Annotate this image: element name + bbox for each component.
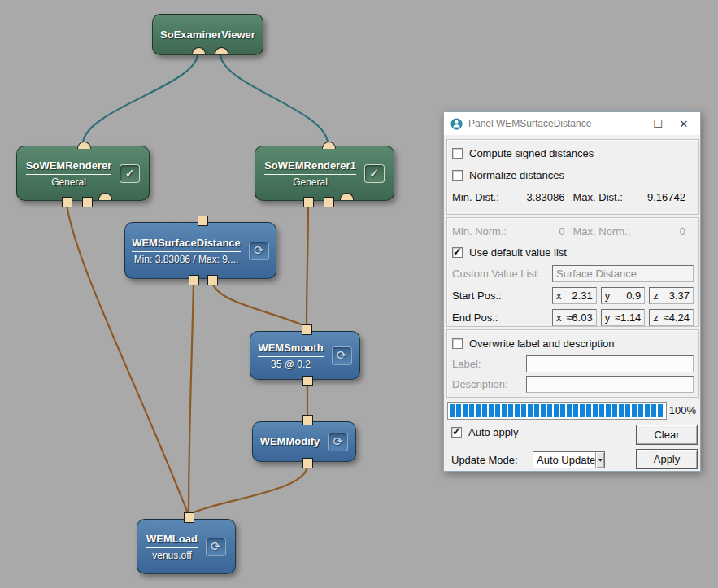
wem-input-connector[interactable] [62,197,72,207]
node-graph-canvas: SoExaminerViewer SoWEMRenderer General ✓… [0,0,718,588]
wem-output-connector[interactable] [184,512,194,523]
end-pos-z-input[interactable]: z ≈4.24 [649,309,694,326]
min-dist-label: Min. Dist.: [452,191,499,203]
wem-output-connector[interactable] [302,324,312,335]
end-pos-label: End Pos.: [452,311,552,324]
end-pos-y-input[interactable]: y ≈1.14 [601,309,646,326]
wem-input-connector[interactable] [302,376,313,386]
scene-input-connector[interactable] [215,47,228,54]
custom-value-input[interactable]: Surface Distance [552,265,694,282]
scene-input-connector[interactable] [192,47,206,54]
progress-bar-fill [450,404,664,417]
overwrite-checkbox[interactable] [452,338,463,349]
checkbox-label: Auto apply [468,426,518,438]
compute-signed-checkbox[interactable] [452,148,463,159]
label-field-label: Label: [452,358,526,370]
end-pos-row: End Pos.: x ≈6.03 y ≈1.14 z ≈4.24 [452,307,694,329]
wem-input-connector[interactable] [324,197,334,207]
node-subtitle: 35 @ 0.2 [271,359,311,370]
scene-input-connector[interactable] [340,193,354,200]
checkbox-label: Normalize distances [469,169,564,181]
node-wemsmooth[interactable]: WEMSmooth 35 @ 0.2 ⟳ [250,331,360,380]
node-subtitle: Min: 3.83086 / Max: 9.... [134,254,239,265]
node-title: WEMLoad [146,533,198,548]
wem-input-connector[interactable] [82,197,93,207]
normalize-checkbox-row[interactable]: Normalize distances [452,164,694,186]
chevron-down-icon[interactable]: ▼ [595,452,604,468]
reload-icon[interactable]: ⟳ [206,538,226,556]
auto-apply-checkbox[interactable] [451,427,462,438]
node-sowemrenderer[interactable]: SoWEMRenderer General ✓ [16,146,150,201]
node-subtitle: General [51,176,86,188]
description-input[interactable] [526,376,694,393]
wem-input-connector[interactable] [302,458,313,468]
node-title: SoExaminerViewer [160,28,255,41]
node-subtitle: venus.off [152,550,191,561]
use-default-checkbox[interactable] [452,247,463,258]
progress-percent: 100% [669,404,696,416]
node-soexaminerviewer[interactable]: SoExaminerViewer [152,14,263,55]
distance-options-group: Compute signed distances Normalize dista… [446,139,699,215]
wire-renderer-to-viewer[interactable] [83,54,198,143]
app-logo-icon [450,118,463,130]
node-wemsurfacedistance[interactable]: WEMSurfaceDistance Min: 3.83086 / Max: 9… [124,222,276,279]
start-pos-z-input[interactable]: z 3.37 [649,287,694,304]
wem-input-connector[interactable] [303,197,314,207]
clear-button[interactable]: Clear [636,425,698,445]
label-row: Label: [452,354,694,374]
scene-input-connector[interactable] [98,193,112,200]
wire-renderer1-to-viewer[interactable] [220,54,328,143]
max-norm-label: Max. Norm.: [573,225,631,237]
check-icon[interactable]: ✓ [364,164,385,183]
node-title: WEMSmooth [258,342,323,357]
start-pos-x-input[interactable]: x 2.31 [552,287,597,304]
description-row: Description: [452,374,694,394]
value-list-group: Min. Norm.: 0 Max. Norm.: 0 Use default … [446,217,699,327]
dist-stats-row: Min. Dist.: 3.83086 Max. Dist.: 9.16742 [452,186,694,208]
wem-output-connector[interactable] [302,415,313,425]
custom-value-label: Custom Value List: [452,268,552,280]
wire-load-to-modify[interactable] [191,465,307,513]
wem-input-connector[interactable] [189,275,199,285]
update-mode-row: Update Mode: [451,454,518,466]
node-wemload[interactable]: WEMLoad venus.off ⟳ [137,519,236,574]
node-wemmodify[interactable]: WEMModify ⟳ [252,421,356,462]
progress-bar [447,402,667,420]
wire-smooth-to-renderer1[interactable] [307,205,308,325]
normalize-checkbox[interactable] [452,170,463,181]
min-norm-value: 0 [507,225,572,237]
check-icon[interactable]: ✓ [120,164,140,183]
start-pos-label: Start Pos.: [452,290,552,302]
end-pos-x-input[interactable]: x ≈6.03 [552,309,597,326]
apply-button[interactable]: Apply [636,449,698,469]
node-subtitle: General [293,176,328,188]
update-mode-value: Auto Update [533,454,595,466]
panel-window: Panel WEMSurfaceDistance — ☐ ✕ Compute s… [443,111,701,472]
reload-icon[interactable]: ⟳ [328,433,348,451]
node-title: WEMModify [260,435,320,448]
wem-input-connector[interactable] [207,275,218,285]
node-sowemrenderer1[interactable]: SoWEMRenderer1 General ✓ [255,146,394,201]
start-pos-y-input[interactable]: y 0.9 [601,287,646,304]
min-dist-value: 3.83086 [499,191,573,203]
close-icon[interactable]: ✕ [671,112,697,135]
window-titlebar[interactable]: Panel WEMSurfaceDistance — ☐ ✕ [444,112,700,135]
window-title: Panel WEMSurfaceDistance [468,118,619,129]
compute-signed-checkbox-row[interactable]: Compute signed distances [452,142,694,164]
auto-apply-row[interactable]: Auto apply [451,426,518,438]
wem-output-connector[interactable] [198,216,208,226]
minimize-icon[interactable]: — [619,112,645,135]
wire-smooth-to-surface[interactable] [212,281,305,326]
reload-icon[interactable]: ⟳ [249,242,269,260]
update-mode-dropdown[interactable]: Auto Update ▼ [533,451,605,468]
label-description-group: Overwrite label and description Label: D… [446,329,699,398]
use-default-checkbox-row[interactable]: Use default value list [452,242,694,263]
maximize-icon[interactable]: ☐ [645,112,671,135]
overwrite-checkbox-row[interactable]: Overwrite label and description [452,333,694,354]
max-norm-value: 0 [630,225,694,237]
label-input[interactable] [526,355,694,372]
start-pos-row: Start Pos.: x 2.31 y 0.9 z 3.37 [452,285,694,307]
max-dist-value: 9.16742 [623,191,694,203]
reload-icon[interactable]: ⟳ [332,346,352,365]
wire-load-to-surface[interactable] [189,281,194,513]
